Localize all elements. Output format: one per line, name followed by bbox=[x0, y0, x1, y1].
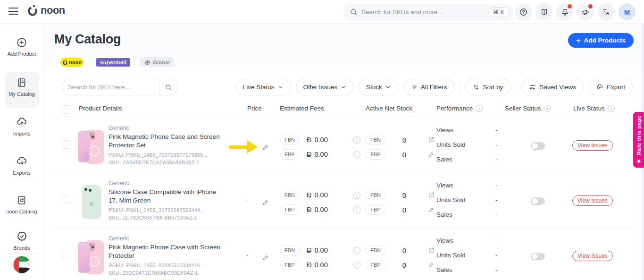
chevron-down-icon bbox=[341, 85, 346, 90]
avatar[interactable]: M bbox=[619, 3, 636, 20]
product-details: Generic Silicone Case Compatible with iP… bbox=[109, 180, 222, 221]
info-icon[interactable]: i bbox=[353, 192, 360, 199]
sidebar-item-imports[interactable]: Imports bbox=[3, 116, 41, 136]
perf-label: Sales bbox=[436, 266, 495, 273]
notifications-button[interactable] bbox=[556, 3, 573, 20]
info-icon[interactable]: i bbox=[353, 136, 360, 144]
seller-dashboard: noon ⌘ K bbox=[0, 0, 644, 280]
product-sku: SKU: Z32C0471E706ABC93E83AZ-1 bbox=[109, 270, 222, 276]
sidebar-item-add-product[interactable]: Add Product bbox=[3, 37, 41, 57]
sku-search bbox=[62, 79, 177, 95]
offer-issues-filter[interactable]: Offer Issues bbox=[296, 79, 354, 95]
all-filters-button[interactable]: All Filters bbox=[403, 79, 455, 95]
external-link-icon[interactable] bbox=[428, 247, 435, 254]
tab-global[interactable]: Global bbox=[140, 57, 175, 67]
info-icon[interactable]: i bbox=[353, 262, 360, 269]
product-image[interactable] bbox=[78, 130, 105, 164]
perf-label: Sales bbox=[436, 211, 495, 218]
external-link-icon[interactable] bbox=[428, 192, 435, 198]
add-products-button[interactable]: + Add Products bbox=[568, 33, 634, 48]
verified-badge-icon bbox=[16, 230, 28, 242]
stock-filter[interactable]: Stock bbox=[359, 79, 398, 95]
product-image[interactable] bbox=[78, 185, 105, 220]
performance-cell: Views- Units Sold- Sales- bbox=[436, 233, 512, 277]
product-image[interactable] bbox=[78, 240, 105, 275]
seller-status-toggle[interactable] bbox=[531, 253, 545, 260]
guide-button[interactable] bbox=[535, 3, 552, 20]
global-search[interactable]: ⌘ K bbox=[343, 4, 513, 20]
sidebar-item-brands[interactable]: Brands bbox=[3, 230, 41, 251]
product-title[interactable]: Pink Magnetic Phone Case with Screen Pro… bbox=[109, 243, 222, 260]
fbp-badge: FBP bbox=[280, 149, 300, 160]
rate-this-page-tab[interactable]: ★ Rate this page bbox=[633, 112, 644, 168]
col-live-status: Live Statusi bbox=[573, 105, 615, 112]
table-row: Generic Pink Magnetic Phone Case with Sc… bbox=[54, 228, 633, 280]
saved-views-button[interactable]: Saved Views bbox=[521, 79, 584, 95]
live-status-filter[interactable]: Live Status bbox=[235, 79, 291, 95]
sidebar-item-exports[interactable]: Exports bbox=[3, 155, 41, 176]
product-psku: PSKU: PSKU_1455_00045515034416... bbox=[109, 263, 222, 268]
sort-by-button[interactable]: Sort by bbox=[465, 79, 510, 95]
divider bbox=[460, 80, 460, 94]
info-icon[interactable]: i bbox=[353, 206, 360, 213]
sku-search-input[interactable] bbox=[62, 84, 159, 91]
hamburger-menu-icon[interactable] bbox=[8, 8, 18, 16]
edit-stock-icon[interactable] bbox=[428, 262, 435, 268]
info-icon[interactable]: i bbox=[353, 247, 360, 254]
tab-label: supermall bbox=[100, 59, 126, 65]
fee-value: 0.00 bbox=[315, 206, 328, 213]
edit-price-icon[interactable] bbox=[262, 144, 269, 151]
logo-text: noon bbox=[41, 4, 65, 17]
stock-line-fbp: FBP 0 bbox=[366, 260, 435, 270]
stock-value: 0 bbox=[397, 136, 411, 144]
globe-icon bbox=[144, 59, 151, 66]
fbp-badge: FBP bbox=[366, 260, 385, 270]
external-link-icon[interactable] bbox=[428, 136, 435, 143]
seller-status-toggle[interactable] bbox=[531, 142, 545, 150]
catalog-table: Product Details Price Estimated Fees Act… bbox=[54, 103, 633, 280]
row-checkbox[interactable] bbox=[62, 251, 70, 259]
edit-stock-icon[interactable] bbox=[428, 151, 435, 158]
catalog-panel: Live Status Offer Issues Stock All Filte… bbox=[44, 70, 644, 280]
select-all-checkbox[interactable] bbox=[62, 105, 70, 114]
product-sku: SKU: ZAB45D7E7CA2A656A9B48Z-1 bbox=[109, 160, 222, 165]
dirham-symbol: Ð bbox=[307, 246, 311, 254]
col-estimated-fees: Estimated Fees bbox=[280, 105, 324, 112]
sidebar-item-my-catalog[interactable]: My Catalog bbox=[3, 77, 41, 97]
product-title[interactable]: Silicone Case Compatible with iPhone 17,… bbox=[109, 188, 222, 204]
perf-label: Units Sold bbox=[436, 141, 495, 148]
tab-noon[interactable]: noon bbox=[60, 58, 84, 67]
sidebar: Add Product My Catalog Imports bbox=[0, 24, 44, 280]
perf-value: - bbox=[495, 211, 498, 218]
svg-text:x: x bbox=[603, 9, 605, 14]
product-sku: SKU: ZE70DC693790FBB071694Z-1 bbox=[109, 215, 222, 221]
edit-price-icon[interactable] bbox=[262, 254, 269, 261]
view-issues-button[interactable]: View Issues bbox=[572, 251, 613, 261]
info-icon[interactable]: i bbox=[476, 105, 483, 112]
view-issues-button[interactable]: View Issues bbox=[572, 195, 613, 206]
seller-status-toggle[interactable] bbox=[531, 197, 545, 205]
keyboard-shortcut-badge: ⌘ K bbox=[488, 7, 509, 17]
help-button[interactable] bbox=[515, 3, 532, 20]
info-icon[interactable]: i bbox=[544, 105, 551, 112]
noon-logo[interactable]: noon bbox=[26, 4, 65, 17]
tab-supermall[interactable]: supermall bbox=[96, 58, 130, 67]
sidebar-item-noon-catalog[interactable]: noon Catalog bbox=[3, 195, 41, 214]
global-search-input[interactable] bbox=[361, 8, 488, 16]
view-issues-button[interactable]: View Issues bbox=[572, 140, 613, 151]
product-title[interactable]: Pink Magnetic Phone Case and Screen Prot… bbox=[109, 133, 222, 149]
row-checkbox[interactable] bbox=[62, 195, 70, 204]
info-icon[interactable]: i bbox=[353, 151, 360, 158]
sku-search-button[interactable] bbox=[159, 79, 177, 95]
edit-price-icon[interactable] bbox=[262, 199, 269, 206]
language-button[interactable]: x A bbox=[598, 3, 615, 20]
edit-stock-icon[interactable] bbox=[428, 206, 435, 213]
tab-label: noon bbox=[69, 59, 82, 65]
row-checkbox[interactable] bbox=[62, 140, 70, 149]
info-icon[interactable]: i bbox=[608, 105, 615, 112]
page-title: My Catalog bbox=[54, 32, 121, 47]
export-button[interactable]: Export bbox=[589, 79, 633, 95]
country-selector[interactable]: › bbox=[13, 256, 31, 273]
announcements-button[interactable] bbox=[577, 3, 594, 20]
fee-line-fbp: FBP Ð 0.00 i bbox=[280, 204, 360, 215]
